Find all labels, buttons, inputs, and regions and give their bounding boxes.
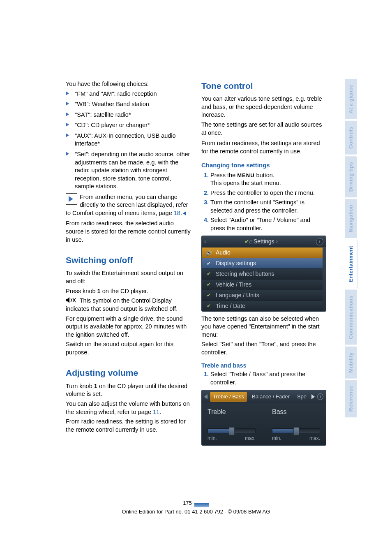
tab-treble-bass: Treble / Bass (210, 392, 247, 402)
svg-marker-0 (66, 297, 69, 303)
side-tab-strip: At a glance Controls Driving tips Naviga… (345, 79, 357, 419)
tab-right-arrow-icon (311, 394, 315, 399)
settings-row-steering: ✔Steering wheel buttons (202, 268, 323, 279)
steering-icon: ✔ (205, 271, 212, 277)
hint-text-a: From another menu, you can change direct… (66, 194, 188, 216)
max-label: max. (309, 435, 320, 442)
step-2: Press the controller to open the i menu. (210, 189, 326, 197)
treble-step-1: Select "Treble / Bass" and press the con… (210, 370, 326, 386)
tone-intro-1: You can alter various tone settings, e.g… (201, 95, 326, 119)
step-1: Press the MENU button. This opens the st… (210, 171, 326, 187)
tab-controls[interactable]: Controls (345, 121, 357, 155)
switch-on-again: Switch on the sound output again for thi… (66, 340, 191, 356)
page-bar-graphic (194, 503, 209, 507)
heading-volume: Adjusting volume (66, 367, 191, 379)
tab-driving-tips[interactable]: Driving tips (345, 156, 357, 197)
speaker-icon: 🔊 (205, 250, 212, 256)
bass-slider (272, 428, 320, 433)
page-footer: 175 Online Edition for Part no. 01 41 2 … (0, 500, 392, 516)
step-3: Turn the controller until "Settings" is … (210, 199, 326, 215)
flag-icon: ✔ (205, 292, 212, 298)
end-triangle-icon (183, 211, 186, 215)
settings-screenshot: ‹ ✔⌂ Settings › i 🔊Audio ✔Display settin… (201, 236, 326, 311)
page-18-link[interactable]: 18 (174, 210, 180, 216)
tab-at-a-glance[interactable]: At a glance (345, 79, 357, 119)
bullet-icon (66, 123, 69, 127)
tone-intro-3: From radio readiness, the settings are s… (201, 139, 326, 155)
settings-header: ✔⌂ Settings › (206, 238, 316, 245)
change-steps: Press the MENU button. This opens the st… (201, 171, 326, 233)
heading-changing-tone: Changing tone settings (201, 161, 326, 169)
label-bass: Bass (272, 407, 320, 416)
hint-triangle-icon (66, 193, 77, 205)
mute-icon (66, 297, 76, 305)
step-1-sub: This opens the start menu. (210, 180, 281, 186)
choice-wb: "WB": Weather Band station (75, 101, 149, 107)
vol-steering: You can also adjust the volume with butt… (66, 400, 191, 416)
tab-communications[interactable]: Communications (345, 290, 357, 345)
choice-aux: "AUX": AUX-In connection, USB audio inte… (75, 132, 176, 147)
heading-tone: Tone control (201, 80, 326, 92)
heading-treble-bass: Treble and bass (201, 362, 326, 370)
switch-intro: To switch the Entertainment sound output… (66, 269, 191, 285)
min-label: min. (272, 435, 281, 442)
tone-intro-2: The tone settings are set for all audio … (201, 121, 326, 137)
vol-readiness: From radio readiness, the setting is sto… (66, 418, 191, 434)
choice-set: "Set": depending on the audio source, ot… (75, 151, 190, 190)
tab-reference[interactable]: Reference (345, 380, 357, 417)
car-icon: ✔ (205, 281, 212, 288)
choice-fm-am: "FM" and "AM": radio reception (75, 90, 157, 97)
switch-symbol-note: This symbol on the Control Display indic… (66, 297, 191, 313)
treble-bass-screenshot: Treble / Bass Balance / Fader Spe i Treb… (201, 390, 326, 445)
menu-word: MENU (237, 172, 254, 178)
treble-slider (208, 428, 256, 433)
tab-navigation[interactable]: Navigation (345, 199, 357, 238)
vol-knob: Turn knob 1 on the CD player until the d… (66, 382, 191, 398)
scrollbar-strip (323, 247, 326, 311)
after-scr1-b: Select "Set" and then "Tone", and press … (201, 340, 326, 356)
heading-switching: Switching on/off (66, 254, 191, 266)
bullet-icon (66, 91, 69, 95)
bullet-icon (66, 133, 69, 137)
settings-row-vehicle: ✔Vehicle / Tires (202, 279, 323, 290)
step-4: Select "Audio" or "Tone / Volume" and pr… (210, 216, 326, 232)
left-column: You have the following choices: "FM" and… (66, 80, 191, 446)
clock-icon: ✔ (205, 303, 212, 309)
choice-cd: "CD": CD player or changer* (75, 122, 150, 128)
choice-sat: "SAT": satellite radio* (75, 111, 131, 118)
info-circle-icon: i (316, 238, 323, 245)
credit-line: Online Edition for Part no. 01 41 2 600 … (0, 508, 392, 516)
bullet-icon (66, 112, 69, 116)
switch-knob: Press knob 1 on the CD player. (66, 287, 191, 296)
bullet-icon (66, 102, 69, 106)
settings-row-time: ✔Time / Date (202, 301, 323, 311)
display-check-icon: ✔ (205, 260, 212, 267)
right-column: Tone control You can alter various tone … (201, 80, 326, 446)
tab-entertainment[interactable]: Entertainment (345, 240, 357, 288)
switch-20min: For equipment with a single drive, the s… (66, 315, 191, 339)
after-hint-text: From radio readiness, the selected audio… (66, 220, 191, 244)
tab-mobility[interactable]: Mobility (345, 347, 357, 379)
page-number: 175 (183, 500, 192, 506)
hint-text-b: . (180, 210, 182, 216)
settings-row-language: ✔Language / Units (202, 290, 323, 301)
settings-row-audio: 🔊Audio (202, 247, 323, 258)
tab-spe: Spe (295, 392, 309, 401)
label-treble: Treble (208, 407, 256, 416)
treble-steps: Select "Treble / Bass" and press the con… (201, 370, 326, 386)
after-scr1-a: The tone settings can also be selected w… (201, 315, 326, 339)
settings-row-display: ✔Display settings (202, 258, 323, 268)
min-label: min. (208, 435, 217, 442)
max-label: max. (245, 435, 256, 442)
tab-balance-fader: Balance / Fader (249, 392, 292, 401)
hint-opening: From another menu, you can change direct… (66, 193, 191, 217)
tab-left-arrow-icon (204, 394, 208, 399)
choice-list: "FM" and "AM": radio reception "WB": Wea… (66, 90, 191, 191)
page-11-link[interactable]: 11 (153, 409, 159, 415)
bullet-icon (66, 152, 69, 156)
intro-text: You have the following choices: (66, 80, 191, 88)
info-circle-icon: i (317, 393, 323, 400)
